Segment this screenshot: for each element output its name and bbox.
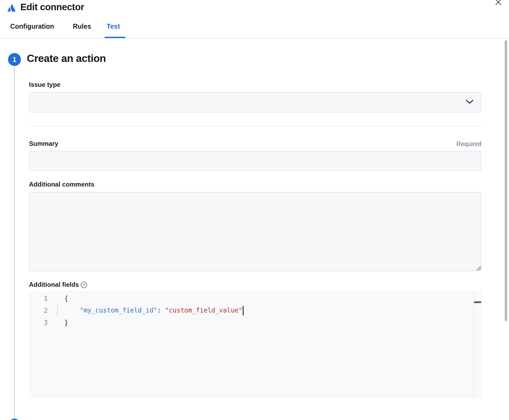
atlassian-logo-icon bbox=[6, 3, 17, 13]
tab-test[interactable]: Test bbox=[107, 23, 120, 30]
code-line-3: 3 } bbox=[29, 317, 481, 329]
tab-rules[interactable]: Rules bbox=[73, 23, 91, 30]
additional-fields-label: Additional fields bbox=[29, 281, 79, 288]
code-indent bbox=[64, 307, 80, 314]
next-step-badge bbox=[8, 419, 21, 420]
close-icon[interactable] bbox=[493, 0, 504, 8]
line-number: 3 bbox=[29, 319, 48, 326]
issue-type-label: Issue type bbox=[29, 81, 60, 88]
resize-handle-icon[interactable] bbox=[476, 265, 482, 271]
additional-comments-label: Additional comments bbox=[29, 181, 94, 188]
edit-connector-modal: Edit connector Configuration Rules Test … bbox=[0, 0, 509, 420]
json-value: "custom_field_value" bbox=[165, 307, 242, 314]
required-hint: Required bbox=[29, 140, 481, 148]
json-separator: : bbox=[157, 307, 165, 314]
tabbar-divider bbox=[0, 38, 509, 39]
page-scrollbar-thumb[interactable] bbox=[505, 40, 507, 321]
step-number-badge: 1 bbox=[8, 53, 21, 66]
additional-fields-label-row: Additional fields ? bbox=[29, 281, 87, 288]
indent-guide bbox=[57, 305, 58, 316]
window-title: Edit connector bbox=[20, 2, 84, 12]
summary-input[interactable] bbox=[29, 151, 481, 171]
json-key: "my_custom_field_id" bbox=[80, 307, 157, 314]
line-number: 2 bbox=[29, 307, 48, 314]
section-divider bbox=[29, 126, 481, 127]
issue-type-select[interactable] bbox=[29, 92, 481, 113]
tab-configuration[interactable]: Configuration bbox=[10, 23, 54, 30]
additional-fields-code-editor[interactable]: 1 { 2 "my_custom_field_id": "custom_fiel… bbox=[29, 291, 481, 398]
code-line-2: 2 "my_custom_field_id": "custom_field_va… bbox=[29, 304, 481, 317]
chevron-down-icon bbox=[465, 99, 474, 105]
code-line-1: 1 { bbox=[29, 292, 481, 304]
editor-scrollbar-track bbox=[473, 291, 474, 398]
line-number: 1 bbox=[29, 295, 48, 302]
text-cursor bbox=[243, 306, 244, 315]
step-heading: Create an action bbox=[27, 53, 106, 64]
help-icon[interactable]: ? bbox=[81, 282, 87, 288]
step-connector-line bbox=[14, 66, 15, 419]
additional-comments-textarea[interactable] bbox=[29, 192, 481, 271]
editor-scrollbar-thumb[interactable] bbox=[474, 301, 481, 303]
active-tab-underline bbox=[104, 37, 125, 38]
